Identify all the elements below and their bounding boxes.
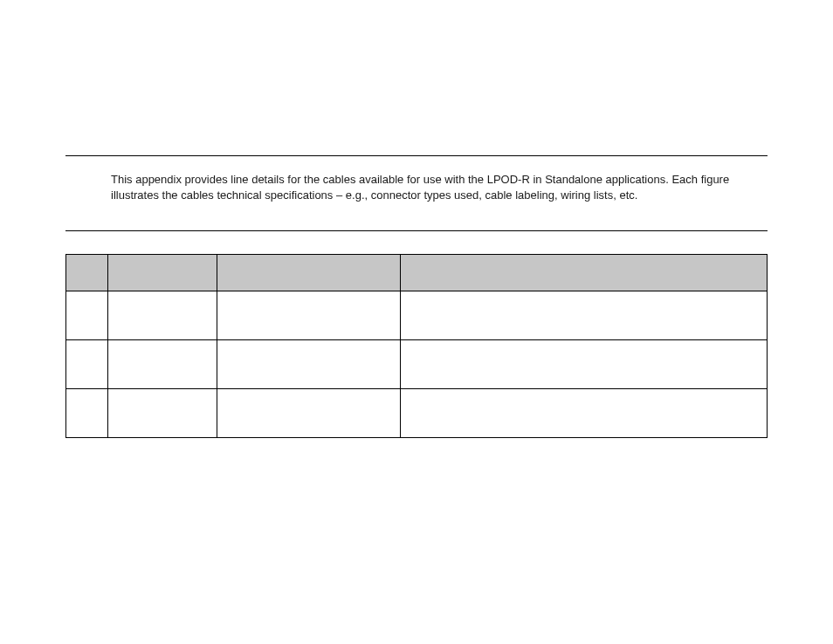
cell-fig bbox=[66, 340, 108, 389]
cable-details-table bbox=[65, 254, 768, 438]
appendix-intro-paragraph: This appendix provides line details for … bbox=[65, 156, 768, 202]
cell-ref bbox=[217, 340, 401, 389]
cell-ref bbox=[217, 291, 401, 340]
cell-desc bbox=[401, 291, 768, 340]
table-header-desc bbox=[401, 255, 768, 291]
table-row bbox=[66, 389, 768, 438]
cell-fig bbox=[66, 389, 108, 438]
table-row bbox=[66, 291, 768, 340]
table-header-ref bbox=[217, 255, 401, 291]
table-header-part bbox=[108, 255, 217, 291]
table-row bbox=[66, 340, 768, 389]
cell-ref bbox=[217, 389, 401, 438]
horizontal-rule-mid bbox=[65, 230, 768, 231]
table-header-row bbox=[66, 255, 768, 291]
document-page: This appendix provides line details for … bbox=[0, 155, 833, 438]
table-header-fig bbox=[66, 255, 108, 291]
cell-part bbox=[108, 340, 217, 389]
cell-fig bbox=[66, 291, 108, 340]
cell-part bbox=[108, 291, 217, 340]
cell-desc bbox=[401, 389, 768, 438]
cell-part bbox=[108, 389, 217, 438]
cell-desc bbox=[401, 340, 768, 389]
cable-table-wrapper bbox=[65, 254, 768, 438]
